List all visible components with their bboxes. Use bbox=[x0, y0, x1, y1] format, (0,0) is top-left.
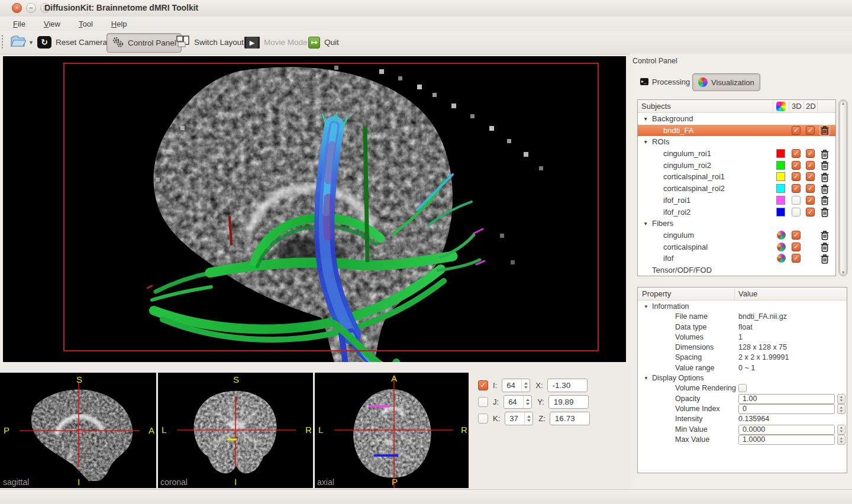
subject-row-ifof[interactable]: ifof✓ bbox=[638, 253, 835, 264]
delete-icon[interactable] bbox=[820, 230, 830, 240]
property-spin-field[interactable]: 0 bbox=[738, 404, 835, 414]
spin-up-icon[interactable] bbox=[524, 382, 528, 385]
expand-arrow-icon[interactable]: ▼ bbox=[644, 302, 648, 312]
subject-row-cingulum_roi2[interactable]: cingulum_roi2✓✓ bbox=[638, 160, 835, 172]
checkbox-2d[interactable]: ✓ bbox=[806, 161, 815, 170]
property-row-volume-index[interactable]: Volume Index0 bbox=[638, 404, 847, 414]
close-icon[interactable]: × bbox=[12, 3, 22, 13]
spin-up-icon[interactable] bbox=[526, 399, 530, 401]
tab-processing[interactable]: ▸_ Processing bbox=[635, 73, 695, 90]
spinner-arrows[interactable] bbox=[524, 412, 532, 425]
checkbox-3d[interactable]: ✓ bbox=[792, 126, 801, 135]
scrollbar-thumb[interactable] bbox=[840, 101, 847, 275]
property-spin-field[interactable]: 1.0000 bbox=[738, 435, 835, 445]
world-coord-field[interactable]: 16.73 bbox=[550, 412, 590, 425]
spin-up-icon[interactable] bbox=[840, 437, 843, 439]
reset-camera-button[interactable]: ↻ Reset Camera bbox=[33, 33, 112, 51]
roi-color-swatch[interactable] bbox=[776, 172, 785, 181]
checkbox-3d[interactable]: ✓ bbox=[792, 254, 801, 263]
property-row-file-name[interactable]: File namebndti_FA.nii.gz bbox=[638, 312, 847, 322]
subject-row-cingulum[interactable]: cingulum✓ bbox=[638, 230, 835, 241]
menu-view[interactable]: View bbox=[38, 19, 66, 29]
subject-row-Background[interactable]: ▼Background bbox=[638, 113, 835, 125]
delete-all-icon[interactable] bbox=[821, 102, 830, 111]
world-coord-field[interactable]: 19.89 bbox=[548, 395, 589, 409]
viewport-3d[interactable] bbox=[3, 56, 626, 362]
spin-up-icon[interactable] bbox=[840, 396, 843, 398]
checkbox-3d[interactable] bbox=[792, 196, 801, 205]
subject-row-Fibers[interactable]: ▼Fibers bbox=[638, 218, 835, 230]
menu-file[interactable]: File bbox=[8, 19, 31, 29]
property-checkbox[interactable] bbox=[738, 384, 747, 392]
delete-icon[interactable] bbox=[820, 125, 830, 135]
subject-row-bndti_FA[interactable]: bndti_FA✓✓ bbox=[638, 125, 835, 137]
slice-index-spinner[interactable]: 64 bbox=[504, 395, 532, 409]
subject-row-corticalspinal_roi1[interactable]: corticalspinal_roi1✓✓ bbox=[638, 171, 835, 183]
property-spin-field[interactable]: 0.0000 bbox=[738, 425, 835, 435]
subject-row-ROIs[interactable]: ▼ROIs bbox=[638, 136, 835, 148]
subjects-scrollbar[interactable]: ▲ ▼ bbox=[838, 99, 848, 276]
property-row-min-value[interactable]: Min Value0.0000 bbox=[638, 425, 847, 435]
color-cube-icon[interactable] bbox=[776, 102, 786, 111]
delete-icon[interactable] bbox=[820, 184, 830, 193]
delete-icon[interactable] bbox=[820, 195, 830, 205]
spinner-arrows[interactable] bbox=[521, 379, 530, 392]
tab-visualization[interactable]: Visualization bbox=[692, 73, 760, 91]
viewport-axial[interactable]: A P L R axial bbox=[315, 373, 469, 488]
property-row-information[interactable]: ▼Information bbox=[638, 302, 847, 312]
spin-down-icon[interactable] bbox=[840, 400, 843, 402]
delete-icon[interactable] bbox=[820, 254, 830, 263]
roi-color-swatch[interactable] bbox=[776, 184, 785, 193]
slice-index-spinner[interactable]: 64 bbox=[502, 379, 530, 392]
property-row-spacing[interactable]: Spacing2 x 2 x 1.99991 bbox=[638, 353, 847, 363]
spin-down-icon[interactable] bbox=[524, 386, 528, 389]
expand-arrow-icon[interactable]: ▼ bbox=[643, 114, 648, 125]
property-row-max-value[interactable]: Max Value1.0000 bbox=[638, 435, 847, 445]
property-spin-field[interactable]: 1.00 bbox=[738, 394, 835, 404]
slice-toggle-checkbox[interactable] bbox=[478, 413, 488, 424]
roi-color-swatch[interactable] bbox=[776, 149, 785, 158]
subject-row-corticalspinal_roi2[interactable]: corticalspinal_roi2✓✓ bbox=[638, 183, 835, 195]
switch-layout-button[interactable]: Switch Layout bbox=[172, 33, 248, 51]
property-row-opacity[interactable]: Opacity1.00 bbox=[638, 394, 847, 404]
delete-icon[interactable] bbox=[820, 172, 830, 182]
slice-toggle-checkbox[interactable] bbox=[478, 397, 488, 407]
menu-tool[interactable]: Tool bbox=[73, 19, 98, 29]
property-spin-arrows[interactable] bbox=[837, 394, 845, 404]
checkbox-2d[interactable]: ✓ bbox=[806, 149, 815, 158]
spin-down-icon[interactable] bbox=[527, 419, 531, 422]
expand-arrow-icon[interactable]: ▼ bbox=[643, 137, 648, 148]
expand-arrow-icon[interactable]: ▼ bbox=[643, 218, 648, 230]
spin-up-icon[interactable] bbox=[840, 427, 843, 429]
property-spin-arrows[interactable] bbox=[837, 404, 845, 414]
spin-down-icon[interactable] bbox=[840, 441, 843, 442]
checkbox-3d[interactable]: ✓ bbox=[792, 231, 801, 240]
scroll-up-icon[interactable]: ▲ bbox=[841, 101, 845, 105]
spin-up-icon[interactable] bbox=[527, 415, 531, 418]
checkbox-2d[interactable]: ✓ bbox=[806, 126, 815, 135]
toolbar-handle[interactable] bbox=[1, 34, 4, 50]
roi-color-swatch[interactable] bbox=[776, 196, 785, 205]
checkbox-2d[interactable]: ✓ bbox=[806, 184, 815, 193]
slice-toggle-checkbox[interactable]: ✓ bbox=[478, 380, 488, 390]
delete-icon[interactable] bbox=[820, 160, 830, 170]
spin-down-icon[interactable] bbox=[840, 431, 843, 432]
property-row-dimensions[interactable]: Dimensions128 x 128 x 75 bbox=[638, 343, 847, 353]
property-spin-arrows[interactable] bbox=[837, 435, 845, 445]
spinner-arrows[interactable] bbox=[523, 396, 531, 408]
delete-icon[interactable] bbox=[820, 242, 830, 251]
control-panel-button[interactable]: Control Panel bbox=[106, 33, 182, 53]
checkbox-3d[interactable]: ✓ bbox=[792, 184, 801, 193]
checkbox-3d[interactable]: ✓ bbox=[792, 243, 801, 251]
checkbox-3d[interactable]: ✓ bbox=[792, 161, 801, 170]
expand-arrow-icon[interactable]: ▼ bbox=[644, 373, 648, 383]
property-row-data-type[interactable]: Data typefloat bbox=[638, 322, 847, 332]
slice-index-spinner[interactable]: 37 bbox=[505, 412, 533, 425]
quit-button[interactable]: ↦ Quit bbox=[304, 33, 344, 51]
property-row-display-options[interactable]: ▼Display Options bbox=[638, 373, 847, 383]
roi-color-swatch[interactable] bbox=[776, 161, 785, 170]
viewport-coronal[interactable]: S I L R coronal bbox=[158, 373, 313, 488]
property-row-value-range[interactable]: Value range0 ~ 1 bbox=[638, 363, 847, 373]
subject-row-Tensor/ODF/FOD[interactable]: Tensor/ODF/FOD bbox=[638, 264, 835, 276]
property-row-intensity[interactable]: Intensity0.135964 bbox=[638, 414, 847, 424]
